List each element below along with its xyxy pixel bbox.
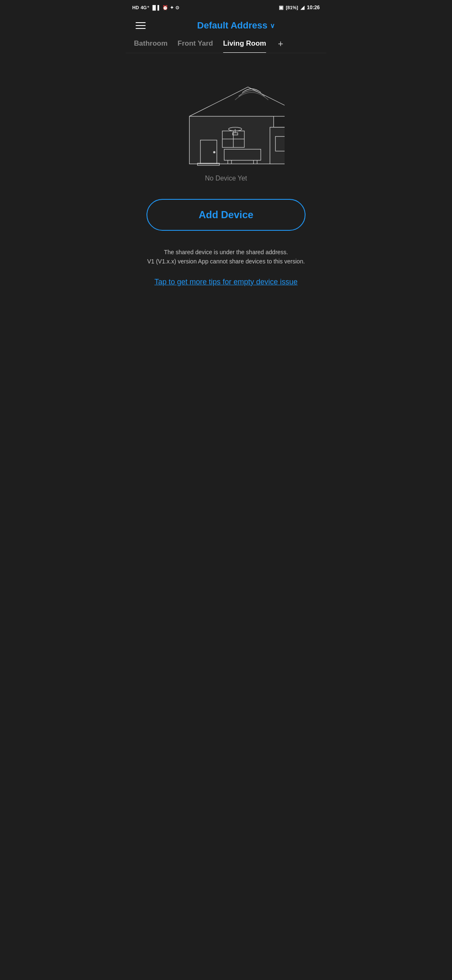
hamburger-line-2: [136, 25, 146, 26]
status-right-icons: ▣ [81%] ◢ 10:26: [279, 5, 320, 10]
tab-front-yard[interactable]: Front Yard: [177, 39, 213, 53]
room-tabs: Bathroom Front Yard Living Room +: [126, 38, 326, 53]
hd-indicator: HD: [132, 5, 139, 10]
tab-bathroom[interactable]: Bathroom: [134, 39, 167, 53]
tips-link[interactable]: Tap to get more tips for empty device is…: [147, 276, 305, 288]
status-left-icons: HD 4G⁺ ▐▌▌ ⏰ ✦ ⊙: [132, 5, 179, 10]
svg-point-5: [213, 151, 215, 153]
nfc-icon: ⊙: [175, 5, 179, 10]
signal-bars: ▐▌▌: [151, 5, 161, 10]
hamburger-line-3: [136, 28, 146, 29]
bluetooth-icon: ✦: [170, 5, 174, 10]
main-content: No Device Yet Add Device The shared devi…: [126, 53, 326, 313]
vibrate-icon: ▣: [279, 5, 283, 10]
alarm-icon: ⏰: [162, 5, 168, 10]
add-tab-button[interactable]: +: [278, 39, 283, 53]
status-bar: HD 4G⁺ ▐▌▌ ⏰ ✦ ⊙ ▣ [81%] ◢ 10:26: [126, 0, 326, 15]
address-selector[interactable]: Default Address ∨: [154, 20, 318, 31]
battery-icon: [81%]: [286, 5, 298, 10]
address-title: Default Address: [197, 20, 267, 31]
signal-icon: ◢: [300, 5, 304, 10]
svg-rect-3: [270, 127, 285, 164]
svg-marker-0: [190, 87, 285, 116]
add-device-button[interactable]: Add Device: [146, 199, 306, 231]
shared-device-info: The shared device is under the shared ad…: [147, 248, 305, 266]
chevron-down-icon: ∨: [270, 22, 275, 30]
time-display: 10:26: [307, 5, 320, 10]
hamburger-menu-button[interactable]: [134, 21, 147, 31]
signal-strength: 4G⁺: [141, 5, 149, 10]
no-device-text: No Device Yet: [205, 175, 247, 182]
header: Default Address ∨: [126, 15, 326, 38]
info-section: The shared device is under the shared ad…: [139, 248, 313, 288]
house-illustration: [167, 70, 285, 166]
hamburger-line-1: [136, 22, 146, 23]
tab-living-room[interactable]: Living Room: [223, 39, 266, 53]
